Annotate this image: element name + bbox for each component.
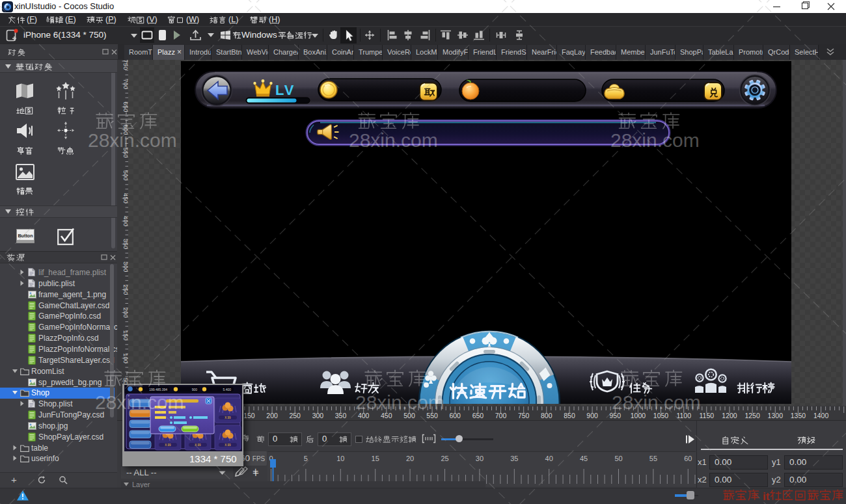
svg-text:200: 200 [122, 308, 128, 318]
svg-text:400: 400 [358, 412, 370, 419]
svg-text:700: 700 [122, 79, 128, 89]
svg-text:1350: 1350 [791, 412, 806, 419]
svg-text:Button: Button [18, 233, 33, 239]
svg-text:650: 650 [122, 101, 128, 112]
svg-text:400: 400 [122, 216, 128, 226]
svg-text:500: 500 [403, 412, 415, 419]
svg-text:X.99: X.99 [225, 416, 231, 419]
svg-text:300: 300 [312, 412, 324, 419]
svg-text:199.485.394: 199.485.394 [149, 388, 167, 391]
svg-text:1200: 1200 [722, 412, 737, 419]
svg-text:450: 450 [381, 412, 392, 419]
svg-text:10: 10 [336, 455, 344, 462]
svg-text:5: 5 [304, 455, 308, 462]
svg-text:700: 700 [495, 412, 507, 419]
svg-text:350: 350 [335, 412, 347, 419]
svg-text:X.99: X.99 [225, 444, 231, 447]
svg-text:X.99: X.99 [165, 444, 171, 447]
svg-text:25: 25 [441, 455, 448, 462]
svg-text:LV: LV [275, 82, 295, 98]
svg-text:350: 350 [122, 239, 128, 249]
svg-text:50: 50 [614, 455, 622, 462]
svg-text:5.400: 5.400 [223, 388, 231, 391]
svg-text:60: 60 [684, 455, 692, 462]
svg-text:100: 100 [122, 353, 128, 364]
svg-text:1100: 1100 [676, 412, 691, 419]
svg-text:250: 250 [122, 284, 128, 295]
svg-text:550: 550 [122, 148, 128, 158]
svg-text:450: 450 [122, 193, 128, 204]
svg-text:750: 750 [122, 60, 128, 70]
svg-text:150: 150 [243, 412, 255, 419]
svg-text:X.99: X.99 [195, 444, 201, 447]
svg-text:550: 550 [426, 412, 438, 419]
svg-text:1250: 1250 [744, 412, 760, 419]
svg-text:1000: 1000 [631, 412, 646, 419]
svg-text:45: 45 [580, 455, 588, 462]
svg-text:900: 900 [586, 412, 598, 419]
svg-text:650: 650 [472, 412, 484, 419]
svg-text:55: 55 [649, 455, 657, 462]
svg-text:35: 35 [510, 455, 518, 462]
svg-text:1150: 1150 [700, 412, 715, 419]
svg-text:600: 600 [122, 124, 128, 135]
svg-text:250: 250 [289, 412, 301, 419]
svg-text:150: 150 [122, 330, 128, 341]
svg-text:20: 20 [406, 455, 414, 462]
svg-text:40: 40 [545, 455, 553, 462]
svg-text:850: 850 [564, 412, 575, 419]
svg-text:30: 30 [476, 455, 484, 462]
svg-text:1400: 1400 [813, 412, 829, 419]
svg-text:950: 950 [610, 412, 621, 419]
svg-text:750: 750 [518, 412, 530, 419]
svg-text:1300: 1300 [768, 412, 784, 419]
svg-text:1050: 1050 [653, 412, 669, 419]
svg-text:15: 15 [372, 455, 379, 462]
svg-text:800: 800 [541, 412, 553, 419]
svg-text:600: 600 [449, 412, 461, 419]
svg-text:900: 900 [192, 388, 198, 391]
svg-text:300: 300 [122, 261, 128, 272]
svg-text:200: 200 [266, 412, 278, 419]
svg-text:500: 500 [122, 170, 128, 181]
